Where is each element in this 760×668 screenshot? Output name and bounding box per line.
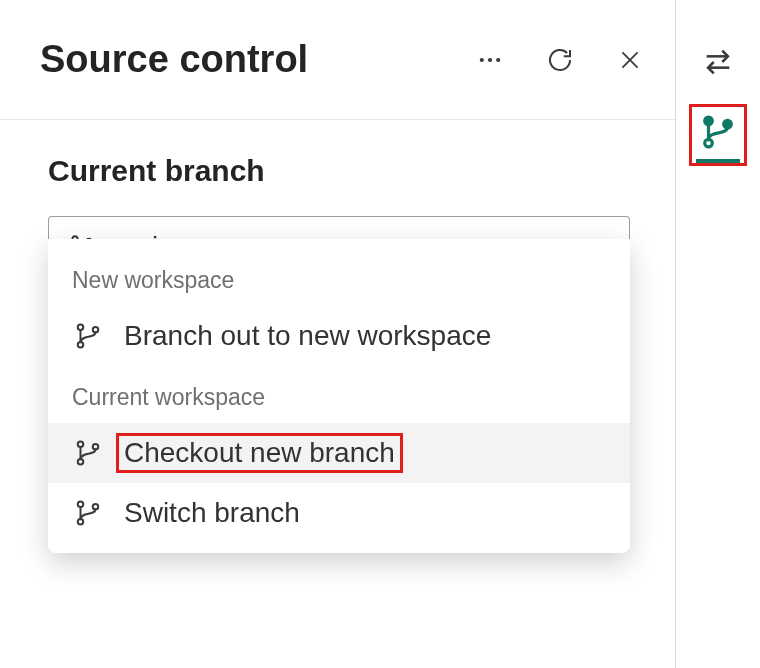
svg-point-12 — [78, 502, 84, 508]
source-control-panel: Source control Current branch — [0, 0, 676, 668]
svg-point-2 — [496, 57, 500, 61]
source-control-tab[interactable] — [696, 113, 740, 151]
more-icon[interactable] — [473, 43, 507, 77]
menu-item-label: Checkout new branch — [124, 437, 395, 469]
menu-group-label: Current workspace — [48, 366, 630, 423]
source-control-tab-highlight — [689, 104, 747, 166]
section-label: Current branch — [48, 154, 635, 188]
panel-header: Source control — [0, 0, 675, 120]
menu-group-label: New workspace — [48, 249, 630, 306]
branch-icon — [72, 497, 104, 529]
menu-item-label: Switch branch — [124, 497, 300, 529]
svg-point-0 — [480, 57, 484, 61]
branch-icon — [72, 320, 104, 352]
branch-dropdown-menu: New workspace Branch out to new workspac… — [48, 239, 630, 553]
panel-title: Source control — [40, 38, 473, 81]
menu-item-checkout-new-branch[interactable]: Checkout new branch — [48, 423, 630, 483]
right-rail — [676, 0, 760, 668]
menu-item-label: Branch out to new workspace — [124, 320, 491, 352]
active-tab-underline — [696, 159, 740, 163]
close-icon[interactable] — [613, 43, 647, 77]
refresh-icon[interactable] — [543, 43, 577, 77]
menu-item-branch-out[interactable]: Branch out to new workspace — [48, 306, 630, 366]
branch-icon — [72, 437, 104, 469]
svg-point-6 — [78, 325, 84, 331]
panel-body: Current branch main New workspace Branch… — [0, 120, 675, 278]
menu-item-switch-branch[interactable]: Switch branch — [48, 483, 630, 543]
header-actions — [473, 43, 647, 77]
swap-icon[interactable] — [696, 40, 740, 84]
svg-point-1 — [488, 57, 492, 61]
svg-point-9 — [78, 442, 84, 448]
svg-point-15 — [705, 117, 713, 125]
